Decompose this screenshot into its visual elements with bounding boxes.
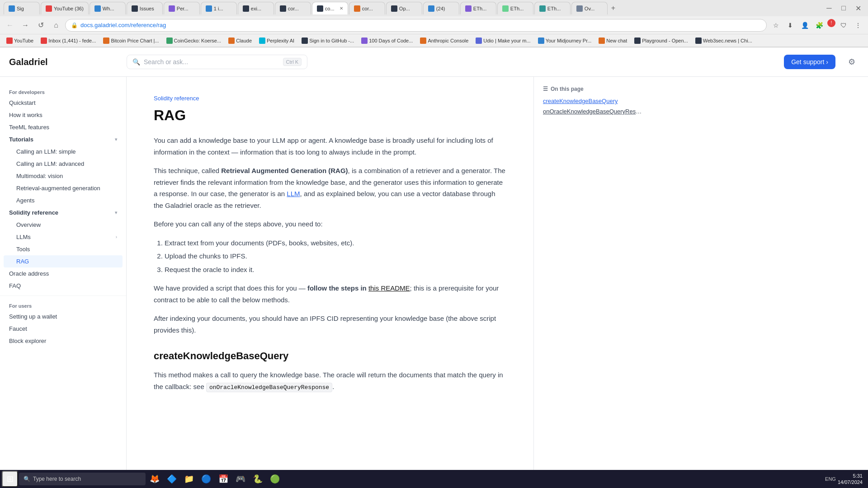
sidebar-tutorials-header[interactable]: Tutorials ▾ xyxy=(0,133,126,145)
toc-item-create-knowledge[interactable]: createKnowledgeBaseQuery xyxy=(543,98,642,104)
tab-24[interactable]: (24) xyxy=(423,2,459,14)
tab-bar: Sig YouTube (36) Wh... Issues Per... 1 i… xyxy=(0,0,868,16)
taskbar-app-vscode[interactable]: 🔷 xyxy=(164,471,180,487)
home-button[interactable]: ⌂ xyxy=(50,19,62,32)
tab-1i[interactable]: 1 i... xyxy=(201,2,237,14)
new-tab-button[interactable]: + xyxy=(609,4,618,12)
sidebar-item-calling-llm-simple[interactable]: Calling an LLM: simple xyxy=(0,145,126,158)
bookmark-anthropic[interactable]: Anthropic Console xyxy=(417,37,471,45)
bookmark-label: 100 Days of Code... xyxy=(369,38,413,43)
address-bar[interactable]: 🔒 docs.galadriel.com/reference/rag xyxy=(65,19,767,32)
search-placeholder: Search or ask... xyxy=(144,58,279,66)
taskbar-search[interactable]: 🔍 Type here to search xyxy=(19,473,146,485)
taskbar-app-chrome[interactable]: 🔵 xyxy=(198,471,214,487)
bookmark-claude[interactable]: Claude xyxy=(226,37,255,45)
sidebar-item-quickstart[interactable]: Quickstart xyxy=(0,97,126,109)
bookmark-button[interactable]: ☆ xyxy=(769,19,782,32)
extensions-button[interactable]: 🧩 xyxy=(813,19,826,32)
sidebar-item-retrieval-augmented[interactable]: Retrieval-augmented generation xyxy=(0,182,126,194)
reload-button[interactable]: ↺ xyxy=(34,19,47,32)
bookmark-favicon xyxy=(103,38,109,44)
bookmark-favicon xyxy=(41,38,47,44)
tab-gh-issues[interactable]: Issues xyxy=(127,2,163,14)
tab-op[interactable]: Op... xyxy=(386,2,422,14)
tab-gh-cor[interactable]: cor... xyxy=(275,2,311,14)
bookmark-bitcoin[interactable]: Bitcoin Price Chart |... xyxy=(100,37,161,45)
taskbar-app-node[interactable]: 🟢 xyxy=(267,471,283,487)
readme-link[interactable]: this README xyxy=(368,284,410,292)
sidebar-item-overview[interactable]: Overview xyxy=(0,219,126,231)
taskbar-app-explorer[interactable]: 📁 xyxy=(181,471,197,487)
explorer-icon: 📁 xyxy=(184,474,194,484)
sidebar-item-faq[interactable]: FAQ xyxy=(0,280,126,292)
sidebar-item-calling-llm-advanced[interactable]: Calling an LLM: advanced xyxy=(0,158,126,170)
bookmark-coingecko[interactable]: CoinGecko: Koerse... xyxy=(164,37,224,45)
bookmark-github[interactable]: Sign in to GitHub -... xyxy=(299,37,357,45)
sidebar-item-multimodal-vision[interactable]: Multimodal: vision xyxy=(0,170,126,182)
settings-button[interactable]: ⚙ xyxy=(844,55,859,69)
sidebar-item-setting-up-wallet[interactable]: Setting up a wallet xyxy=(0,310,126,323)
sidebar-solidity-header[interactable]: Solidity reference ▾ xyxy=(0,206,126,219)
bookmark-favicon xyxy=(476,38,482,44)
sidebar-item-agents[interactable]: Agents xyxy=(0,194,126,206)
taskbar-app-python[interactable]: 🐍 xyxy=(250,471,266,487)
sidebar-item-tools[interactable]: Tools xyxy=(0,243,126,255)
tab-eth3[interactable]: ETh... xyxy=(534,2,571,14)
tab-close-icon[interactable]: ✕ xyxy=(340,6,343,11)
tab-sig[interactable]: Sig xyxy=(4,2,40,14)
sidebar-section-for-developers: For developers xyxy=(0,86,126,97)
tab-wh[interactable]: Wh... xyxy=(90,2,126,14)
taskbar-app-cal[interactable]: 📅 xyxy=(215,471,231,487)
maximize-button[interactable]: □ xyxy=(837,2,850,14)
bookmark-new-chat[interactable]: New chat xyxy=(596,37,630,45)
sidebar-item-oracle-address[interactable]: Oracle address xyxy=(0,267,126,280)
bookmark-web3sec[interactable]: Web3sec.news | Chi... xyxy=(693,37,755,45)
menu-button[interactable]: ⋮ xyxy=(852,19,864,32)
get-support-button[interactable]: Get support › xyxy=(784,55,835,69)
sidebar-item-label: Overview xyxy=(16,221,41,228)
toc-item-on-oracle-response[interactable]: onOracleKnowledgeBaseQueryRespon... xyxy=(543,108,642,115)
sidebar-item-rag[interactable]: RAG xyxy=(4,255,123,267)
bookmark-udio[interactable]: Udio | Make your m... xyxy=(473,37,533,45)
sidebar-item-how-it-works[interactable]: How it works xyxy=(0,109,126,121)
bookmark-inbox[interactable]: Inbox (1,441) - fede... xyxy=(38,37,99,45)
account-button[interactable]: 👤 xyxy=(798,19,811,32)
bookmark-midjourney[interactable]: Your Midjourney Pr... xyxy=(535,37,594,45)
start-button[interactable]: ⊞ xyxy=(2,471,18,487)
get-support-label: Get support xyxy=(791,58,824,66)
close-browser-button[interactable]: ✕ xyxy=(852,2,864,14)
tab-ov[interactable]: Ov... xyxy=(571,2,608,14)
sidebar-item-teeml-features[interactable]: TeeML features xyxy=(0,121,126,133)
tab-active[interactable]: co... ✕ xyxy=(312,2,348,14)
tab-youtube[interactable]: YouTube (36) xyxy=(41,2,89,14)
taskbar-app-firefox[interactable]: 🦊 xyxy=(146,471,163,487)
forward-button[interactable]: → xyxy=(19,19,32,32)
taskbar-app-game[interactable]: 🎮 xyxy=(232,471,249,487)
sidebar-item-llms[interactable]: LLMs › xyxy=(0,231,126,243)
page-layout: For developers Quickstart How it works T… xyxy=(0,77,868,488)
tab-gl-cor[interactable]: cor... xyxy=(349,2,385,14)
sidebar-item-label: Calling an LLM: simple xyxy=(16,148,76,155)
bookmark-100days[interactable]: 100 Days of Code... xyxy=(359,37,415,45)
minimize-button[interactable]: ─ xyxy=(823,2,835,14)
bookmark-perplexity[interactable]: Perplexity AI xyxy=(256,37,297,45)
download-button[interactable]: ⬇ xyxy=(784,19,797,32)
intro2-bold: Retrieval Augmented Generation (RAG) xyxy=(221,167,348,174)
taskbar-clock[interactable]: 5:31 14/07/2024 xyxy=(838,473,863,486)
bookmark-playground[interactable]: Playground - Open... xyxy=(632,37,691,45)
tab-eth2[interactable]: ETh... xyxy=(497,2,533,14)
sidebar-item-faucet[interactable]: Faucet xyxy=(0,323,126,335)
tab-favicon xyxy=(46,5,52,12)
tab-eth1[interactable]: ETh... xyxy=(460,2,496,14)
bookmark-youtube[interactable]: YouTube xyxy=(4,37,36,45)
tab-favicon xyxy=(317,5,323,12)
vpn-button[interactable]: 🛡 xyxy=(837,19,850,32)
tab-per[interactable]: Per... xyxy=(164,2,200,14)
tab-exi[interactable]: exi... xyxy=(238,2,274,14)
back-button[interactable]: ← xyxy=(4,19,16,32)
breadcrumb[interactable]: Solidity reference xyxy=(154,95,506,102)
llm-link[interactable]: LLM xyxy=(287,190,300,197)
sidebar-item-label: Quickstart xyxy=(9,99,36,106)
site-search[interactable]: 🔍 Search or ask... Ctrl K xyxy=(127,55,307,69)
sidebar-item-block-explorer[interactable]: Block explorer xyxy=(0,335,126,347)
